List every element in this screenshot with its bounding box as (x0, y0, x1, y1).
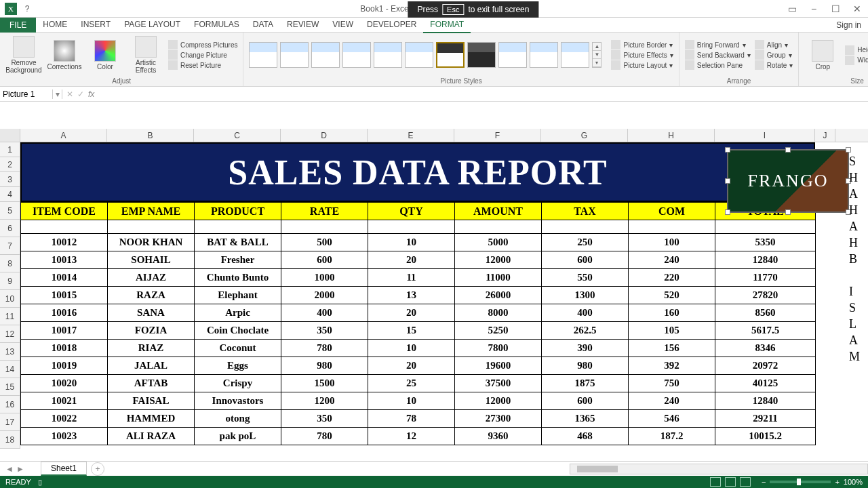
gallery-more-button[interactable]: ▲▼▾ (592, 42, 601, 68)
style-thumb[interactable] (498, 42, 527, 68)
picture-effects-button[interactable]: Picture Effects ▾ (611, 50, 673, 60)
cell[interactable]: 12000 (455, 251, 542, 269)
cell[interactable]: AFTAB (108, 375, 195, 392)
row-header-17[interactable]: 17 (0, 413, 20, 431)
cell[interactable]: RIAZ (108, 340, 195, 357)
signin-link[interactable]: Sign in (836, 20, 861, 30)
reset-picture-button[interactable]: Reset Picture (168, 60, 237, 70)
select-all-cell[interactable] (0, 129, 20, 142)
cell[interactable]: 2000 (281, 287, 368, 304)
cell[interactable]: 8346 (715, 340, 816, 357)
cell[interactable]: 27820 (715, 287, 816, 304)
corrections-button[interactable]: Corrections (46, 40, 83, 70)
zoom-slider[interactable] (770, 481, 831, 483)
col-header-E[interactable]: E (368, 129, 454, 142)
resize-handle[interactable] (725, 209, 730, 215)
enter-formula-icon[interactable]: ✓ (77, 89, 84, 99)
row-header-16[interactable]: 16 (0, 396, 20, 413)
tab-format[interactable]: FORMAT (423, 17, 471, 33)
cell[interactable]: HAMMED (108, 410, 195, 428)
cell[interactable]: 11 (368, 269, 455, 287)
cell[interactable]: 10015 (21, 287, 108, 304)
cell[interactable]: 105 (629, 322, 715, 340)
cell[interactable]: 10014 (21, 269, 108, 287)
cell[interactable]: AIJAZ (108, 269, 195, 287)
file-tab[interactable]: FILE (0, 18, 36, 33)
cell[interactable]: 780 (281, 340, 368, 357)
cell[interactable]: 600 (281, 251, 368, 269)
cell[interactable]: 10 (368, 234, 455, 251)
artistic-effects-button[interactable]: Artistic Effects (127, 36, 164, 74)
send-backward-button[interactable]: Send Backward ▾ (685, 50, 751, 60)
cell[interactable]: 1365 (542, 410, 629, 428)
tab-developer[interactable]: DEVELOPER (360, 17, 423, 33)
row-header-15[interactable]: 15 (0, 378, 20, 396)
cell[interactable]: Innovastors (195, 392, 281, 410)
col-header-F[interactable]: F (454, 129, 541, 142)
cancel-formula-icon[interactable]: ✕ (66, 89, 73, 99)
row-header-13[interactable]: 13 (0, 343, 20, 361)
row-header-1[interactable]: 1 (0, 142, 20, 157)
cell[interactable]: 20 (368, 251, 455, 269)
col-header-D[interactable]: D (281, 129, 368, 142)
sheet-nav[interactable]: ◄► (0, 464, 41, 474)
minimize-button[interactable]: − (803, 1, 825, 16)
remove-background-button[interactable]: Remove Background (5, 36, 42, 74)
cell[interactable]: 29211 (715, 410, 816, 428)
row-header-5[interactable]: 5 (0, 202, 20, 220)
tab-review[interactable]: REVIEW (280, 17, 326, 33)
cell[interactable]: 468 (542, 428, 629, 445)
cell[interactable]: 1300 (542, 287, 629, 304)
cell[interactable]: 390 (542, 340, 629, 357)
change-picture-button[interactable]: Change Picture (168, 50, 237, 60)
cell[interactable]: 40125 (715, 375, 816, 392)
cell[interactable]: 500 (281, 234, 368, 251)
cell[interactable]: 12840 (715, 251, 816, 269)
picture-styles-gallery[interactable]: ▲▼▾ (249, 42, 601, 68)
name-box[interactable]: Picture 1 (0, 89, 53, 99)
cell[interactable]: 220 (629, 269, 715, 287)
col-header-J[interactable]: J (815, 129, 835, 142)
cell[interactable]: 12840 (715, 392, 816, 410)
header-cell[interactable]: ITEM CODE (21, 203, 108, 220)
cell[interactable]: 10018 (21, 340, 108, 357)
cell[interactable]: 600 (542, 251, 629, 269)
zoom-out-button[interactable]: − (762, 478, 766, 486)
maximize-button[interactable]: ☐ (825, 1, 846, 16)
name-box-dropdown[interactable]: ▾ (53, 89, 62, 99)
header-cell[interactable]: TAX (542, 203, 629, 220)
horizontal-scrollbar[interactable] (570, 464, 868, 474)
cell[interactable]: 262.5 (542, 322, 629, 340)
cell[interactable]: 10 (368, 392, 455, 410)
cell[interactable] (542, 220, 629, 234)
cell[interactable]: 156 (629, 340, 715, 357)
cell[interactable]: 12 (368, 428, 455, 445)
group-button[interactable]: Group ▾ (755, 50, 793, 60)
macro-record-icon[interactable]: ▯ (38, 478, 42, 487)
header-cell[interactable]: COM (629, 203, 715, 220)
col-header-B[interactable]: B (107, 129, 194, 142)
cells-area[interactable]: SALES DATA REPORT ITEM CODEEMP NAMEPRODU… (20, 142, 816, 449)
style-thumb[interactable] (530, 42, 558, 68)
header-cell[interactable]: QTY (368, 203, 455, 220)
cell[interactable]: 26000 (455, 287, 542, 304)
row-header-12[interactable]: 12 (0, 325, 20, 343)
view-mode-icons[interactable] (710, 477, 751, 487)
cell[interactable]: 240 (629, 251, 715, 269)
row-header-4[interactable]: 4 (0, 187, 20, 202)
cell[interactable]: 1000 (281, 269, 368, 287)
compress-pictures-button[interactable]: Compress Pictures (168, 40, 237, 49)
cell[interactable]: 8560 (715, 304, 816, 322)
col-header-A[interactable]: A (20, 129, 107, 142)
style-thumb[interactable] (342, 42, 371, 68)
cell[interactable]: 10013 (21, 251, 108, 269)
rotate-button[interactable]: Rotate ▾ (755, 60, 793, 70)
style-thumb[interactable] (561, 42, 589, 68)
tab-insert[interactable]: INSERT (74, 17, 117, 33)
resize-handle[interactable] (725, 147, 730, 152)
tab-view[interactable]: VIEW (326, 17, 360, 33)
cell[interactable]: 5350 (715, 234, 816, 251)
row-header-11[interactable]: 11 (0, 308, 20, 325)
col-header-C[interactable]: C (194, 129, 281, 142)
tab-data[interactable]: DATA (246, 17, 280, 33)
